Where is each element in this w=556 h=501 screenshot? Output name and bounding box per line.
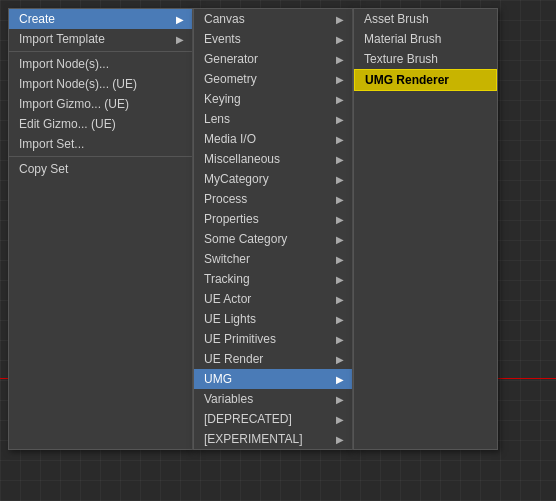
menu-item-copy-set[interactable]: Copy Set — [9, 159, 192, 179]
submenu-arrow-icon: ▶ — [336, 354, 344, 365]
menu-item-label: UE Primitives — [204, 332, 326, 346]
menu-item-label: Generator — [204, 52, 326, 66]
menu-item-canvas[interactable]: Canvas▶ — [194, 9, 352, 29]
submenu-arrow-icon: ▶ — [336, 234, 344, 245]
menu-item-label: Import Node(s)... (UE) — [19, 77, 184, 91]
menu-item-ue-render[interactable]: UE Render▶ — [194, 349, 352, 369]
menu-item-label: [EXPERIMENTAL] — [204, 432, 326, 446]
menu-item-import-template[interactable]: Import Template▶ — [9, 29, 192, 49]
submenu-arrow-icon: ▶ — [336, 394, 344, 405]
menu-item-deprecated[interactable]: [DEPRECATED]▶ — [194, 409, 352, 429]
menu-item-tracking[interactable]: Tracking▶ — [194, 269, 352, 289]
submenu-arrow-icon: ▶ — [336, 154, 344, 165]
submenu-arrow-icon: ▶ — [336, 274, 344, 285]
menu-item-keying[interactable]: Keying▶ — [194, 89, 352, 109]
submenu-arrow-icon: ▶ — [176, 14, 184, 25]
menu-level-3: Asset BrushMaterial BrushTexture BrushUM… — [353, 8, 498, 450]
menu-item-process[interactable]: Process▶ — [194, 189, 352, 209]
menu-item-label: Variables — [204, 392, 326, 406]
menu-item-label: Edit Gizmo... (UE) — [19, 117, 184, 131]
menu-item-import-nodes-ue[interactable]: Import Node(s)... (UE) — [9, 74, 192, 94]
menu-item-mycategory[interactable]: MyCategory▶ — [194, 169, 352, 189]
menu-item-label: Import Set... — [19, 137, 184, 151]
menu-item-label: Keying — [204, 92, 326, 106]
submenu-arrow-icon: ▶ — [336, 254, 344, 265]
menu-item-label: Import Gizmo... (UE) — [19, 97, 184, 111]
menu-item-ue-actor[interactable]: UE Actor▶ — [194, 289, 352, 309]
menu-item-label: Tracking — [204, 272, 326, 286]
submenu-arrow-icon: ▶ — [336, 34, 344, 45]
menu-item-label: Events — [204, 32, 326, 46]
menu-item-experimental[interactable]: [EXPERIMENTAL]▶ — [194, 429, 352, 449]
submenu-arrow-icon: ▶ — [336, 214, 344, 225]
submenu-arrow-icon: ▶ — [176, 34, 184, 45]
menu-item-label: UMG Renderer — [365, 73, 488, 87]
menu-item-import-nodes[interactable]: Import Node(s)... — [9, 54, 192, 74]
submenu-arrow-icon: ▶ — [336, 374, 344, 385]
menu-item-label: UE Render — [204, 352, 326, 366]
menu-item-label: Geometry — [204, 72, 326, 86]
menu-separator — [9, 156, 192, 157]
submenu-arrow-icon: ▶ — [336, 14, 344, 25]
menu-item-label: Texture Brush — [364, 52, 489, 66]
menu-item-label: Import Node(s)... — [19, 57, 184, 71]
menu-level-2: Canvas▶Events▶Generator▶Geometry▶Keying▶… — [193, 8, 353, 450]
menu-item-generator[interactable]: Generator▶ — [194, 49, 352, 69]
menu-item-label: Canvas — [204, 12, 326, 26]
submenu-arrow-icon: ▶ — [336, 134, 344, 145]
menu-item-events[interactable]: Events▶ — [194, 29, 352, 49]
menu-item-edit-gizmo-ue[interactable]: Edit Gizmo... (UE) — [9, 114, 192, 134]
menu-item-create[interactable]: Create▶ — [9, 9, 192, 29]
submenu-arrow-icon: ▶ — [336, 334, 344, 345]
menu-item-label: Switcher — [204, 252, 326, 266]
menu-item-texture-brush[interactable]: Texture Brush — [354, 49, 497, 69]
menu-item-label: Import Template — [19, 32, 166, 46]
menu-item-label: Material Brush — [364, 32, 489, 46]
menu-item-ue-primitives[interactable]: UE Primitives▶ — [194, 329, 352, 349]
menu-item-import-set[interactable]: Import Set... — [9, 134, 192, 154]
menu-item-some-category[interactable]: Some Category▶ — [194, 229, 352, 249]
menu-item-switcher[interactable]: Switcher▶ — [194, 249, 352, 269]
menu-item-miscellaneous[interactable]: Miscellaneous▶ — [194, 149, 352, 169]
menu-item-ue-lights[interactable]: UE Lights▶ — [194, 309, 352, 329]
submenu-arrow-icon: ▶ — [336, 294, 344, 305]
menu-item-asset-brush[interactable]: Asset Brush — [354, 9, 497, 29]
submenu-arrow-icon: ▶ — [336, 434, 344, 445]
menu-separator — [9, 51, 192, 52]
submenu-arrow-icon: ▶ — [336, 414, 344, 425]
submenu-arrow-icon: ▶ — [336, 74, 344, 85]
menu-item-label: MyCategory — [204, 172, 326, 186]
menu-item-label: UE Lights — [204, 312, 326, 326]
menu-item-variables[interactable]: Variables▶ — [194, 389, 352, 409]
submenu-arrow-icon: ▶ — [336, 194, 344, 205]
submenu-arrow-icon: ▶ — [336, 314, 344, 325]
menu-item-label: Lens — [204, 112, 326, 126]
submenu-arrow-icon: ▶ — [336, 94, 344, 105]
menu-item-label: UE Actor — [204, 292, 326, 306]
menu-item-label: UMG — [204, 372, 326, 386]
menu-item-label: Create — [19, 12, 166, 26]
menu-item-label: [DEPRECATED] — [204, 412, 326, 426]
menu-item-umg[interactable]: UMG▶ — [194, 369, 352, 389]
menu-item-label: Media I/O — [204, 132, 326, 146]
menu-item-geometry[interactable]: Geometry▶ — [194, 69, 352, 89]
menu-item-label: Copy Set — [19, 162, 184, 176]
menu-item-media-io[interactable]: Media I/O▶ — [194, 129, 352, 149]
menu-item-properties[interactable]: Properties▶ — [194, 209, 352, 229]
menu-item-umg-renderer[interactable]: UMG Renderer — [354, 69, 497, 91]
menu-item-label: Properties — [204, 212, 326, 226]
menu-item-label: Asset Brush — [364, 12, 489, 26]
menu-item-material-brush[interactable]: Material Brush — [354, 29, 497, 49]
menu-item-label: Process — [204, 192, 326, 206]
submenu-arrow-icon: ▶ — [336, 174, 344, 185]
context-menu: Create▶Import Template▶Import Node(s)...… — [8, 8, 498, 450]
submenu-arrow-icon: ▶ — [336, 114, 344, 125]
menu-item-label: Some Category — [204, 232, 326, 246]
menu-item-import-gizmo-ue[interactable]: Import Gizmo... (UE) — [9, 94, 192, 114]
submenu-arrow-icon: ▶ — [336, 54, 344, 65]
menu-level-1: Create▶Import Template▶Import Node(s)...… — [8, 8, 193, 450]
menu-item-lens[interactable]: Lens▶ — [194, 109, 352, 129]
menu-item-label: Miscellaneous — [204, 152, 326, 166]
